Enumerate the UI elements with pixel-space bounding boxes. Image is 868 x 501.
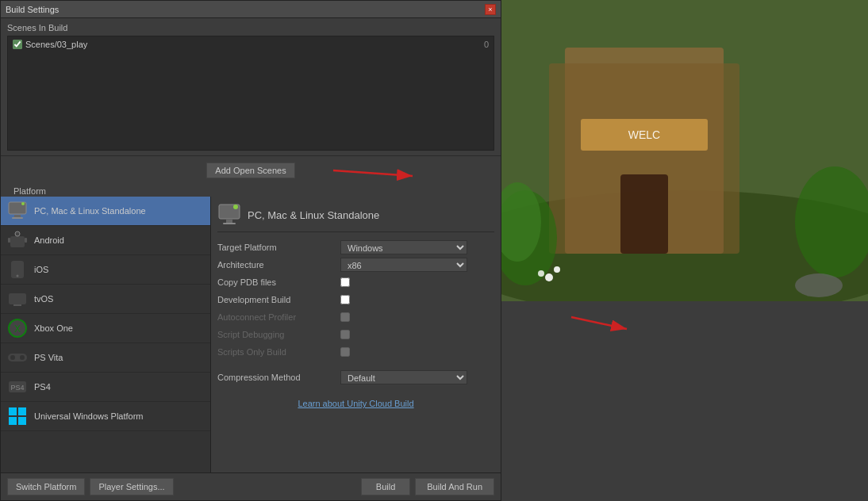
target-platform-label: Target Platform [217,243,340,252]
platform-name-pc: PC, Mac & Linux Standalone [34,206,146,216]
platform-name-xbox: Xbox One [34,323,73,333]
svg-text:WELC: WELC [628,128,660,141]
tvos-platform-icon [7,289,28,309]
script-debugging-checkbox [340,330,350,339]
window-titlebar: Build Settings × [1,1,501,18]
autoconnect-profiler-label: Autoconnect Profiler [217,312,340,322]
scene-checkbox[interactable] [13,40,22,49]
autoconnect-profiler-checkbox [340,312,350,322]
svg-rect-11 [13,304,21,306]
scene-item[interactable]: Scenes/03_play 0 [10,38,492,51]
scripts-only-build-checkbox [340,347,350,357]
ios-platform-icon [7,259,28,280]
svg-rect-4 [10,236,25,247]
add-open-scenes-row: Add Open Scenes [1,156,501,185]
player-settings-button[interactable]: Player Settings... [90,478,173,495]
copy-pdb-label: Copy PDB files [217,277,340,287]
copy-pdb-checkbox[interactable] [340,277,350,287]
scripts-only-build-row: Scripts Only Build [217,345,494,359]
xbox-platform-icon: X [7,318,28,338]
compression-method-dropdown[interactable]: Default LZ4 LZ4HC [340,370,467,384]
platform-details-header: PC, Mac & Linux Standalone [217,203,494,232]
svg-point-9 [17,275,19,277]
svg-point-38 [554,266,560,273]
add-open-scenes-button[interactable]: Add Open Scenes [206,163,294,178]
pc-platform-icon [7,201,28,221]
platform-item-uwp[interactable]: Universal Windows Platform [1,402,210,431]
svg-rect-24 [226,220,232,223]
scripts-only-build-label: Scripts Only Build [217,347,340,357]
platform-name-ps4: PS4 [34,382,51,392]
platform-name-uwp: Universal Windows Platform [34,411,144,421]
script-debugging-label: Script Debugging [217,330,340,339]
close-button[interactable]: × [485,4,496,15]
target-platform-row: Target Platform Windows Mac OS X Linux [217,240,494,254]
compression-method-label: Compression Method [217,373,340,382]
target-platform-dropdown[interactable]: Windows Mac OS X Linux [340,240,467,254]
svg-point-40 [795,273,843,297]
svg-point-37 [545,273,553,281]
switch-platform-button[interactable]: Switch Platform [7,478,85,495]
android-platform-icon [7,230,28,250]
right-panel: WELC NPC GameSetting Project Create ▾ 🔍 [501,0,868,501]
platform-item-xbox[interactable]: X Xbox One [1,314,210,343]
svg-point-39 [538,270,544,277]
architecture-dropdown[interactable]: x86 x86_64 [340,258,467,272]
platform-item-ios[interactable]: iOS [1,255,210,285]
platform-item-android[interactable]: Android [1,226,210,255]
build-button[interactable]: Build [361,478,410,495]
svg-rect-19 [9,407,17,415]
platform-item-ps4[interactable]: PS4 PS4 [1,373,210,402]
platform-item-tvos[interactable]: tvOS [1,285,210,314]
scenes-section: Scenes In Build Scenes/03_play 0 [1,18,501,156]
svg-text:X: X [14,323,21,335]
svg-point-15 [10,355,15,360]
scenes-list: Scenes/03_play 0 [7,36,494,151]
build-and-run-button[interactable]: Build And Run [415,478,494,495]
platform-name-tvos: tvOS [34,294,53,304]
platform-name-psvita: PS Vita [34,353,63,362]
svg-point-3 [21,202,25,205]
development-build-label: Development Build [217,295,340,304]
svg-rect-25 [223,223,236,224]
scenes-label: Scenes In Build [7,23,494,33]
svg-rect-7 [25,238,27,243]
platform-item-psvita[interactable]: PS Vita [1,343,210,373]
script-debugging-row: Script Debugging [217,327,494,342]
copy-pdb-row: Copy PDB files [217,275,494,289]
svg-rect-22 [18,417,26,425]
psvita-platform-icon [7,347,28,368]
scene-index: 0 [484,40,489,49]
scene-name: Scenes/03_play [25,40,87,49]
svg-rect-20 [18,407,26,415]
platform-list: PC, Mac & Linux Standalone Android [1,197,210,472]
svg-point-5 [15,231,20,236]
architecture-label: Architecture [217,260,340,270]
platform-section-header: Platform [1,185,501,197]
svg-point-26 [233,205,238,209]
svg-point-16 [20,355,25,360]
svg-rect-1 [14,215,21,217]
bottom-buttons: Switch Platform Player Settings... Build… [1,472,501,500]
autoconnect-profiler-row: Autoconnect Profiler [217,310,494,324]
game-view: WELC [501,0,868,301]
build-settings-window: Build Settings × Scenes In Build Scenes/… [0,0,501,501]
architecture-row: Architecture x86 x86_64 [217,258,494,272]
svg-rect-6 [8,238,10,243]
development-build-row: Development Build [217,293,494,307]
window-title: Build Settings [6,5,59,14]
platform-item-pc[interactable]: PC, Mac & Linux Standalone [1,197,210,226]
svg-rect-10 [9,293,26,304]
svg-rect-21 [9,417,17,425]
svg-text:PS4: PS4 [10,384,24,392]
platform-details: PC, Mac & Linux Standalone Target Platfo… [211,197,501,472]
platform-section: PC, Mac & Linux Standalone Android [1,197,501,472]
details-platform-name: PC, Mac & Linux Standalone [248,209,379,221]
cloud-build-link[interactable]: Learn about Unity Cloud Build [298,399,413,408]
uwp-platform-icon [7,406,28,426]
development-build-checkbox[interactable] [340,295,350,304]
platform-name-ios: iOS [34,265,48,274]
ps4-platform-icon: PS4 [7,377,28,397]
platform-list-container: PC, Mac & Linux Standalone Android [1,197,211,472]
game-scene-svg: WELC [501,0,868,301]
